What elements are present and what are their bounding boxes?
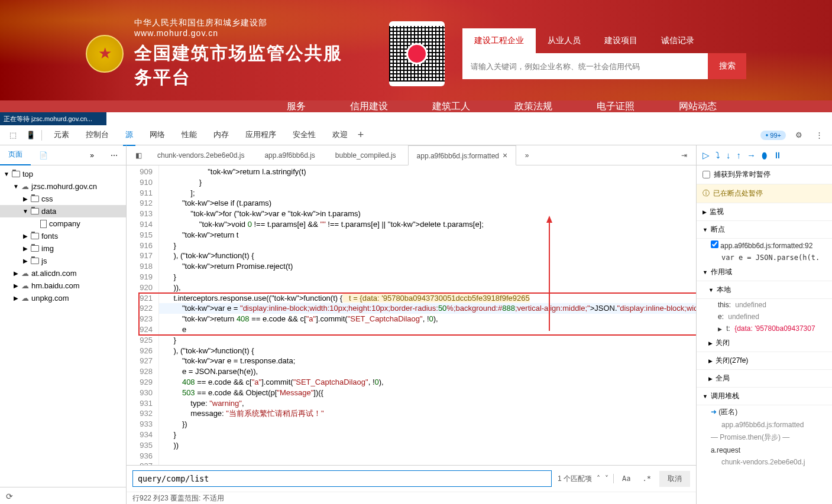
resume-icon[interactable]: ▷ <box>702 150 710 161</box>
devtools-tab-安全性[interactable]: 安全性 <box>290 125 318 146</box>
regex-toggle[interactable]: .* <box>639 473 655 485</box>
search-input[interactable] <box>462 53 708 79</box>
tree-item-at.alicdn.com[interactable]: ▶at.alicdn.com <box>0 267 126 279</box>
page-tab[interactable]: 页面 <box>0 145 31 165</box>
breakpoints-section[interactable]: ▼断点 <box>697 221 832 239</box>
deactivate-bp-icon[interactable]: ⬮ <box>762 150 767 161</box>
editor-info: 行922 列23 覆盖范围: 不适用 <box>127 492 696 504</box>
settings-icon[interactable]: ⚙ <box>792 128 806 142</box>
tree-item-company[interactable]: company <box>0 217 126 230</box>
status-bar: 正在等待 jzsc.mohurd.gov.cn... <box>0 112 106 125</box>
watch-section[interactable]: ▶监视 <box>697 203 832 221</box>
tree-item-img[interactable]: ▶img <box>0 242 126 255</box>
more-icon[interactable]: ⋮ <box>812 128 826 142</box>
file-icon <box>40 220 47 228</box>
search-tab-3[interactable]: 诚信记录 <box>649 28 706 53</box>
prev-match-icon[interactable]: ˄ <box>597 474 600 483</box>
callstack-section[interactable]: ▼调用堆栈 <box>697 388 832 405</box>
find-cancel[interactable]: 取消 <box>659 471 690 487</box>
file-tab-1[interactable]: app.a9f6bb6d.js <box>256 147 323 164</box>
devtools-tab-网络[interactable]: 网络 <box>147 125 167 146</box>
tree-item-unpkg.com[interactable]: ▶unpkg.com <box>0 292 126 304</box>
devtools-tab-应用程序[interactable]: 应用程序 <box>243 125 279 146</box>
global-scope[interactable]: ▶全局 <box>697 370 832 388</box>
local-var[interactable]: e: undefined <box>697 311 832 323</box>
sync-icon[interactable]: ⟳ <box>6 492 13 501</box>
devtools-tab-性能[interactable]: 性能 <box>179 125 199 146</box>
close-icon[interactable]: × <box>503 151 507 160</box>
local-var[interactable]: ▶ t: {data: '95780ba09437307 <box>697 323 832 334</box>
search-tabs: 建设工程企业从业人员建设项目诚信记录 <box>462 28 746 53</box>
devtools-tab-源[interactable]: 源 <box>123 125 135 146</box>
folder-icon <box>31 245 39 252</box>
local-var[interactable]: this: undefined <box>697 299 832 311</box>
file-tab-3[interactable]: app.a9f6bb6d.js:formatted× <box>408 145 517 165</box>
overrides-icon[interactable]: 📄 <box>31 147 56 164</box>
nav-item-3[interactable]: 政策法规 <box>514 100 552 112</box>
code-editor[interactable]: 9099109119129139149159169179189199209219… <box>127 165 696 465</box>
step-into-icon[interactable]: ↓ <box>726 150 731 160</box>
plus-icon[interactable]: + <box>354 128 368 142</box>
pause-exception-checkbox[interactable] <box>702 171 710 178</box>
nav-item-2[interactable]: 建筑工人 <box>432 100 470 112</box>
bp-checkbox[interactable] <box>711 240 718 248</box>
devtools-tab-内存[interactable]: 内存 <box>211 125 231 146</box>
tree-item-js[interactable]: ▶js <box>0 255 126 267</box>
search-tab-2[interactable]: 建设项目 <box>593 28 649 53</box>
header-title: 全国建筑市场监管公共服务平台 <box>134 41 354 90</box>
cloud-icon <box>21 269 29 278</box>
folder-icon <box>31 258 39 264</box>
issues-badge[interactable]: 99+ <box>760 131 786 140</box>
nav-item-1[interactable]: 信用建设 <box>350 100 388 112</box>
header-subtitle: 中华人民共和国住房和城乡建设部 www.mohurd.gov.cn <box>134 18 354 38</box>
cloud-icon <box>21 294 29 303</box>
more-files-icon[interactable]: » <box>520 148 534 162</box>
callstack-frame[interactable]: ➜ (匿名) <box>697 405 832 419</box>
qr-code <box>389 21 445 86</box>
step-out-icon[interactable]: ↑ <box>737 150 742 160</box>
tree-item-data[interactable]: ▼data <box>0 205 126 217</box>
search-tab-0[interactable]: 建设工程企业 <box>462 28 536 53</box>
nav-item-5[interactable]: 网站动态 <box>679 100 717 112</box>
tree-item-css[interactable]: ▶css <box>0 193 126 205</box>
nav-item-4[interactable]: 电子证照 <box>597 100 634 112</box>
find-bar: 1 个匹配项 ˄ ˅ Aa .* 取消 <box>127 465 696 492</box>
source-panel: ◧ chunk-vendors.2ebe6e0d.jsapp.a9f6bb6d.… <box>127 145 696 504</box>
case-toggle[interactable]: Aa <box>619 473 634 485</box>
tree-item-fonts[interactable]: ▶fonts <box>0 230 126 242</box>
file-tab-0[interactable]: chunk-vendors.2ebe6e0d.js <box>149 147 252 164</box>
closure2-scope[interactable]: ▶关闭(27fe) <box>697 352 832 370</box>
file-tab-2[interactable]: bubble_compiled.js <box>327 147 404 164</box>
scope-section[interactable]: ▼作用域 <box>697 264 832 281</box>
step-over-icon[interactable]: ⤵ <box>716 150 720 160</box>
step-icon[interactable]: → <box>747 150 756 160</box>
closure-scope[interactable]: ▶关闭 <box>697 334 832 352</box>
more-tabs-icon[interactable]: » <box>82 147 102 164</box>
local-scope[interactable]: ▼本地 <box>697 281 832 299</box>
devtools-tab-欢迎[interactable]: 欢迎 <box>330 125 350 146</box>
callstack-frame[interactable]: a.request <box>697 444 832 456</box>
nav-toggle-icon[interactable]: ◧ <box>131 148 145 162</box>
dock-icon[interactable]: ⇥ <box>677 148 691 162</box>
paused-banner: ⓘ已在断点处暂停 <box>697 184 832 203</box>
tree-item-hm.baidu.com[interactable]: ▶hm.baidu.com <box>0 279 126 292</box>
national-emblem-icon <box>86 35 124 73</box>
search-button[interactable]: 搜索 <box>708 53 746 79</box>
pause-exc-icon[interactable]: ⏸ <box>773 150 782 160</box>
device-toggle-icon[interactable]: 📱 <box>24 128 38 142</box>
site-header: 中华人民共和国住房和城乡建设部 www.mohurd.gov.cn 全国建筑市场… <box>0 0 832 100</box>
nav-item-0[interactable]: 服务 <box>287 100 306 112</box>
dots-icon[interactable]: ⋯ <box>102 147 126 164</box>
devtools-tab-控制台[interactable]: 控制台 <box>83 125 111 146</box>
folder-icon <box>31 196 39 202</box>
tree-item-top[interactable]: ▼top <box>0 168 126 180</box>
debugger-sidebar: ▷ ⤵ ↓ ↑ → ⬮ ⏸ 捕获到异常时暂停 ⓘ已在断点处暂停 ▶监视 ▼断点 … <box>696 145 832 504</box>
search-tab-1[interactable]: 从业人员 <box>536 28 593 53</box>
match-count: 1 个匹配项 <box>558 474 592 484</box>
next-match-icon[interactable]: ˅ <box>605 474 608 483</box>
devtools-tab-元素[interactable]: 元素 <box>51 125 72 146</box>
find-input[interactable] <box>132 470 552 487</box>
folder-icon <box>31 208 39 214</box>
tree-item-jzsc.mohurd.gov.cn[interactable]: ▼jzsc.mohurd.gov.cn <box>0 180 126 193</box>
inspect-icon[interactable]: ⬚ <box>6 128 20 142</box>
